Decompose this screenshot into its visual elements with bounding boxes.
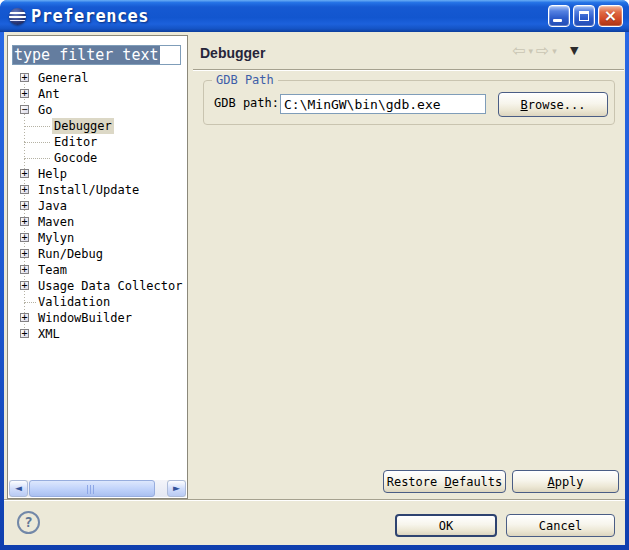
scrollbar-track[interactable] bbox=[28, 480, 167, 497]
tree-item-validation[interactable]: Validation bbox=[8, 294, 187, 310]
tree-item-xml[interactable]: +XML bbox=[8, 326, 187, 342]
tree-connector bbox=[24, 142, 50, 143]
close-icon: × bbox=[599, 6, 622, 26]
tree-item-editor[interactable]: Editor bbox=[8, 134, 187, 150]
expand-icon[interactable]: + bbox=[20, 89, 29, 98]
horizontal-scrollbar[interactable]: ◄ ► bbox=[9, 480, 186, 497]
group-title: GDB Path bbox=[212, 73, 278, 87]
gdb-path-label: GDB path: bbox=[214, 96, 279, 110]
minimize-button[interactable] bbox=[548, 5, 570, 27]
forward-arrow-icon[interactable]: ⇨ bbox=[536, 43, 549, 59]
forward-dropdown-icon[interactable]: ▾ bbox=[552, 43, 557, 59]
maximize-button[interactable] bbox=[573, 5, 595, 27]
restore-defaults-button[interactable]: Restore Defaults bbox=[383, 470, 506, 493]
tree-connector bbox=[24, 302, 36, 303]
tree-item-go[interactable]: −Go bbox=[8, 102, 187, 118]
tree-item-windowbuilder[interactable]: +WindowBuilder bbox=[8, 310, 187, 326]
expand-icon[interactable]: + bbox=[20, 201, 29, 210]
browse-button[interactable]: Browse... bbox=[498, 92, 608, 117]
preferences-tree-panel: type filter text +General +Ant −Go Debug… bbox=[7, 35, 188, 499]
back-arrow-icon[interactable]: ⇦ bbox=[512, 43, 525, 59]
tree-connector bbox=[24, 126, 50, 127]
eclipse-logo-icon bbox=[9, 8, 26, 25]
preferences-dialog: Preferences × type filter text +General … bbox=[0, 0, 629, 550]
footer-separator bbox=[4, 499, 625, 501]
expand-icon[interactable]: + bbox=[20, 233, 29, 242]
tree-item-help[interactable]: +Help bbox=[8, 166, 187, 182]
scroll-left-arrow-icon[interactable]: ◄ bbox=[9, 480, 28, 497]
scroll-right-arrow-icon[interactable]: ► bbox=[167, 480, 186, 497]
tree-item-team[interactable]: +Team bbox=[8, 262, 187, 278]
tree-item-java[interactable]: +Java bbox=[8, 198, 187, 214]
expand-icon[interactable]: + bbox=[20, 313, 29, 322]
expand-icon[interactable]: + bbox=[20, 169, 29, 178]
gdb-path-group: GDB Path GDB path: Browse... bbox=[203, 80, 615, 125]
tree-item-run-debug[interactable]: +Run/Debug bbox=[8, 246, 187, 262]
minimize-icon bbox=[553, 19, 562, 22]
expand-icon[interactable]: + bbox=[20, 265, 29, 274]
expand-icon[interactable]: + bbox=[20, 217, 29, 226]
back-dropdown-icon[interactable]: ▾ bbox=[528, 43, 533, 59]
tree-item-maven[interactable]: +Maven bbox=[8, 214, 187, 230]
apply-button[interactable]: Apply bbox=[512, 470, 619, 493]
expand-icon[interactable]: + bbox=[20, 249, 29, 258]
close-button[interactable]: × bbox=[598, 5, 623, 27]
view-menu-icon[interactable]: ▼ bbox=[570, 43, 578, 59]
cancel-button[interactable]: Cancel bbox=[506, 514, 615, 537]
ok-button[interactable]: OK bbox=[395, 514, 497, 537]
tree-item-install-update[interactable]: +Install/Update bbox=[8, 182, 187, 198]
tree-connector bbox=[24, 158, 50, 159]
expand-icon[interactable]: + bbox=[20, 281, 29, 290]
expand-icon[interactable]: + bbox=[20, 185, 29, 194]
gdb-path-field[interactable] bbox=[280, 94, 486, 114]
collapse-icon[interactable]: − bbox=[20, 105, 29, 114]
expand-icon[interactable]: + bbox=[20, 329, 29, 338]
filter-input[interactable]: type filter text bbox=[12, 45, 181, 65]
tree-item-debugger[interactable]: Debugger bbox=[8, 118, 187, 134]
maximize-icon bbox=[579, 11, 589, 21]
tree-item-ant[interactable]: +Ant bbox=[8, 86, 187, 102]
header-separator bbox=[193, 69, 624, 71]
expand-icon[interactable]: + bbox=[20, 73, 29, 82]
dialog-content: type filter text +General +Ant −Go Debug… bbox=[4, 32, 625, 545]
tree-item-general[interactable]: +General bbox=[8, 70, 187, 86]
filter-selected-text: type filter text bbox=[13, 46, 160, 64]
titlebar[interactable]: Preferences × bbox=[0, 0, 629, 32]
tree-item-usage-data-collector[interactable]: +Usage Data Collector bbox=[8, 278, 187, 294]
page-title: Debugger bbox=[200, 45, 265, 61]
tree-item-gocode[interactable]: Gocode bbox=[8, 150, 187, 166]
preferences-tree: +General +Ant −Go Debugger Editor Gocode… bbox=[8, 70, 187, 342]
history-nav: ⇦ ▾ ⇨ ▾ ▼ bbox=[512, 43, 578, 59]
scrollbar-thumb[interactable] bbox=[29, 480, 155, 497]
window-title: Preferences bbox=[31, 6, 149, 26]
help-icon[interactable]: ? bbox=[17, 511, 40, 534]
tree-item-mylyn[interactable]: +Mylyn bbox=[8, 230, 187, 246]
scrollbar-grip-icon bbox=[87, 485, 96, 494]
